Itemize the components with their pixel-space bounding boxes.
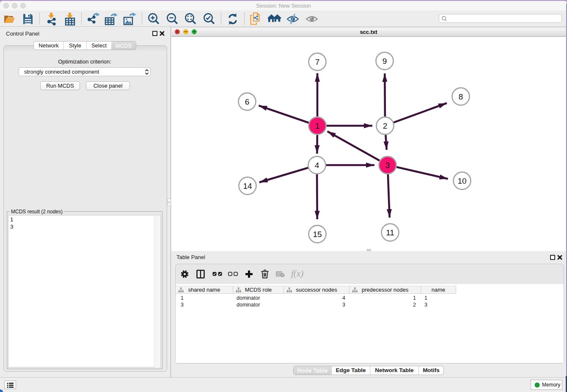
svg-text:6: 6	[245, 97, 250, 106]
svg-text:15: 15	[313, 230, 322, 239]
svg-text:2: 2	[383, 121, 388, 130]
svg-text:4: 4	[315, 161, 319, 170]
svg-text:7: 7	[315, 58, 320, 66]
svg-text:10: 10	[457, 177, 466, 185]
svg-text:1: 1	[315, 121, 320, 130]
svg-text:14: 14	[243, 182, 252, 190]
svg-text:11: 11	[386, 228, 394, 237]
svg-text:8: 8	[459, 92, 463, 101]
svg-text:3: 3	[385, 161, 390, 170]
svg-text:9: 9	[383, 57, 387, 66]
